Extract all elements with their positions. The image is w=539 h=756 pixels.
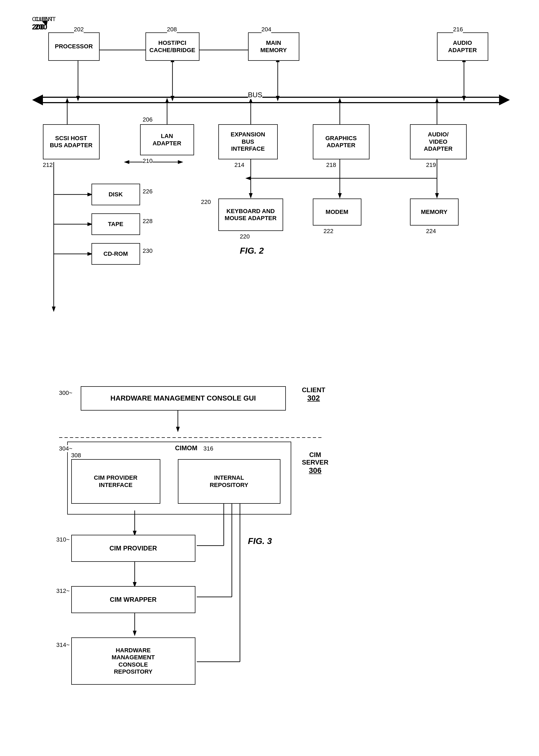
svg-marker-47 — [338, 193, 342, 199]
svg-marker-45 — [249, 193, 253, 199]
hmc-repository-box: HARDWAREMANAGEMENTCONSOLEREPOSITORY — [71, 637, 195, 685]
svg-marker-26 — [165, 98, 169, 103]
svg-marker-58 — [52, 307, 56, 312]
expansion-bus-num: 214 — [235, 161, 245, 168]
svg-marker-16 — [276, 96, 279, 101]
cim-provider-interface-box: CIM PROVIDERINTERFACE — [71, 459, 160, 504]
main-memory-num: 204 — [262, 26, 271, 33]
keyboard-num2: 220 — [201, 199, 211, 206]
fig3-caption: FIG. 3 — [248, 536, 272, 546]
disk-box: DISK — [92, 184, 140, 205]
host-pci-num: 208 — [167, 26, 177, 33]
hmc-gui-box: HARDWARE MANAGEMENT CONSOLE GUI — [81, 386, 286, 411]
cdrom-num: 230 — [143, 247, 153, 254]
lan-adapter-box: LANADAPTER — [140, 124, 194, 155]
scsi-host-num: 212 — [43, 161, 53, 168]
client-num: CLIENT 200 — [35, 16, 56, 31]
modem-num: 222 — [324, 228, 334, 235]
graphics-adapter-num: 218 — [326, 161, 336, 168]
processor-num: 202 — [74, 26, 84, 33]
cim-wrapper-num: 312~ — [56, 588, 70, 595]
svg-marker-11 — [76, 96, 80, 101]
main-memory-box: MAINMEMORY — [248, 33, 299, 61]
tape-box: TAPE — [92, 213, 140, 235]
svg-marker-28 — [124, 160, 129, 164]
svg-marker-3 — [499, 95, 510, 105]
fig2-diagram: CLIENT 200 CLIENT 200 PROCESSOR 202 HOST… — [27, 11, 512, 362]
svg-marker-67 — [133, 631, 136, 636]
cimom-num: 316 — [203, 445, 213, 452]
cpi-num: 308 — [71, 452, 81, 459]
expansion-bus-box: EXPANSIONBUSINTERFACE — [218, 124, 278, 159]
svg-marker-49 — [435, 193, 439, 199]
svg-marker-13 — [171, 96, 174, 101]
svg-marker-60 — [176, 427, 180, 432]
audio-video-num: 219 — [426, 161, 436, 168]
svg-marker-29 — [178, 160, 183, 164]
fig3-diagram: 300~ HARDWARE MANAGEMENT CONSOLE GUI CLI… — [27, 378, 512, 751]
svg-marker-19 — [462, 96, 466, 101]
audio-adapter-num: 216 — [453, 26, 463, 33]
lan-adapter-num-top: 206 — [143, 116, 153, 123]
memory-box: MEMORY — [410, 199, 459, 226]
lan-adapter-num-bottom: 210 — [143, 157, 153, 164]
cim-server-label: CIMSERVER 306 — [302, 451, 329, 475]
client-label-fig3: CLIENT 302 — [302, 386, 326, 403]
disk-num: 226 — [143, 188, 153, 195]
keyboard-mouse-num: 220 — [240, 233, 250, 240]
fig3-svg — [27, 378, 512, 751]
cim-provider-num: 310~ — [56, 536, 70, 543]
keyboard-mouse-box: KEYBOARD ANDMOUSE ADAPTER — [218, 199, 283, 231]
svg-marker-35 — [338, 98, 342, 103]
scsi-host-box: SCSI HOSTBUS ADAPTER — [43, 124, 100, 159]
svg-marker-38 — [435, 98, 439, 103]
cimom-label: CIMOM — [175, 444, 197, 452]
graphics-adapter-box: GRAPHICSADAPTER — [313, 124, 369, 159]
hmc-gui-num: 300~ — [59, 390, 73, 397]
svg-marker-23 — [65, 98, 69, 103]
audio-adapter-box: AUDIOADAPTER — [437, 33, 488, 61]
cim-provider-box: CIM PROVIDER — [71, 535, 195, 562]
cdrom-box: CD-ROM — [92, 243, 140, 265]
modem-box: MODEM — [313, 199, 361, 226]
fig2-caption: FIG. 2 — [240, 246, 264, 256]
processor-box: PROCESSOR — [48, 33, 100, 61]
hmc-repo-num: 314~ — [56, 641, 70, 648]
cimom-outer-num: 304~ — [59, 445, 73, 452]
memory-num: 224 — [426, 228, 436, 235]
svg-marker-2 — [32, 95, 43, 105]
bus-label: BUS — [248, 91, 262, 99]
audio-video-box: AUDIO/VIDEOADAPTER — [410, 124, 467, 159]
svg-marker-40 — [245, 176, 251, 180]
host-pci-box: HOST/PCICACHE/BRIDGE — [145, 33, 199, 61]
internal-repository-box: INTERNALREPOSITORY — [178, 459, 280, 504]
tape-num: 228 — [143, 218, 153, 225]
page: CLIENT 200 CLIENT 200 PROCESSOR 202 HOST… — [0, 0, 539, 756]
cim-wrapper-box: CIM WRAPPER — [71, 586, 195, 613]
